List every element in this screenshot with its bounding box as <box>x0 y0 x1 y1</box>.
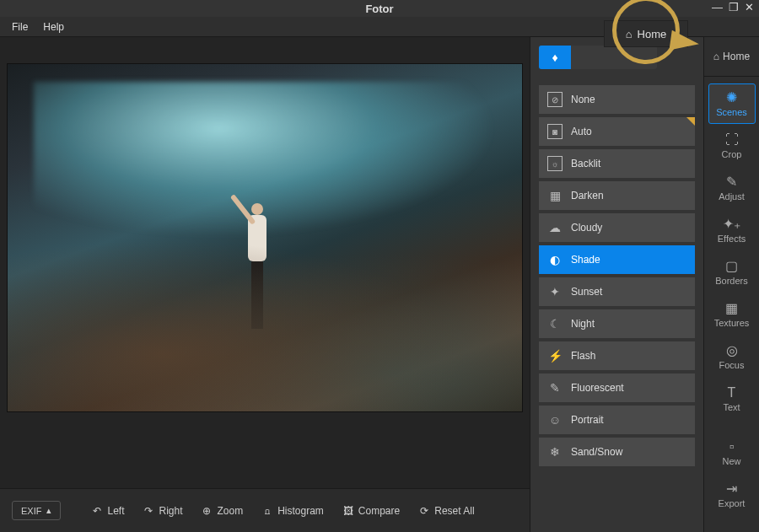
annotation-arrow <box>669 30 700 54</box>
rotate-right-icon: ↷ <box>143 505 154 517</box>
minimize-button[interactable]: — <box>711 2 724 13</box>
canvas-column: EXIF ▴ ↶ Left ↷ Right ⊕ Zoom ⩍ Histogram… <box>0 37 530 532</box>
bottom-toolbar: EXIF ▴ ↶ Left ↷ Right ⊕ Zoom ⩍ Histogram… <box>0 488 530 532</box>
rotate-left-button[interactable]: ↶ Left <box>86 505 129 517</box>
scene-icon: ☾ <box>547 316 563 331</box>
rail-item-effects[interactable]: ✦₊Effects <box>708 210 756 250</box>
text-icon: T <box>728 386 736 400</box>
scene-icon: ◙ <box>547 124 563 139</box>
home-label: Home <box>723 51 750 62</box>
rail-item-export[interactable]: ⇥Export <box>708 475 756 515</box>
export-icon: ⇥ <box>726 482 737 496</box>
reset-all-button[interactable]: ⟳ Reset All <box>413 505 479 517</box>
menu-help[interactable]: Help <box>43 21 64 33</box>
rail-item-textures[interactable]: ▦Textures <box>708 294 756 335</box>
scene-label: Fluorescent <box>571 382 624 394</box>
scene-item-sand-snow[interactable]: ❄Sand/Snow <box>539 438 695 466</box>
scene-icon: ⊘ <box>547 92 563 107</box>
rail-item-adjust[interactable]: ✎Adjust <box>708 168 756 208</box>
histogram-label: Histogram <box>277 505 324 517</box>
rail-label: Focus <box>719 360 745 370</box>
scene-icon: ☺ <box>547 412 563 427</box>
scene-item-none[interactable]: ⊘None <box>539 85 695 114</box>
borders-icon: ▢ <box>725 260 738 273</box>
rail-label: Textures <box>714 318 750 328</box>
rotate-left-label: Left <box>107 505 124 517</box>
scene-item-sunset[interactable]: ✦Sunset <box>539 277 695 306</box>
close-button[interactable]: ✕ <box>743 2 756 13</box>
chevron-up-icon: ▴ <box>46 505 51 516</box>
scene-icon: ◐ <box>547 252 563 267</box>
scene-label: Auto <box>571 126 592 137</box>
rail-label: Crop <box>722 149 742 159</box>
zoom-button[interactable]: ⊕ Zoom <box>196 505 248 517</box>
scene-icon: ▦ <box>547 188 563 203</box>
scene-label: Cloudy <box>571 222 602 234</box>
photo-preview[interactable] <box>7 63 523 412</box>
reset-icon: ⟳ <box>418 505 430 517</box>
scene-list: ⊘None◙Auto☼Backlit▦Darken☁Cloudy◐Shade✦S… <box>530 77 703 532</box>
scene-label: Sunset <box>571 286 602 298</box>
rail-label: Export <box>719 498 746 508</box>
reset-all-label: Reset All <box>434 505 474 517</box>
rail-stack: ✺Scenes⛶Crop✎Adjust✦₊Effects▢Borders▦Tex… <box>704 77 759 532</box>
new-icon: ▫ <box>729 440 735 454</box>
rotate-right-button[interactable]: ↷ Right <box>137 505 187 517</box>
scene-icon: ☼ <box>547 156 563 171</box>
rail-item-text[interactable]: TText <box>708 379 756 419</box>
focus-icon: ◎ <box>726 344 738 357</box>
textures-icon: ▦ <box>725 302 738 315</box>
home-popup-label: Home <box>638 28 667 40</box>
scene-label: Backlit <box>571 158 600 169</box>
scene-item-cloudy[interactable]: ☁Cloudy <box>539 213 695 242</box>
zoom-label: Zoom <box>217 505 243 517</box>
scene-item-portrait[interactable]: ☺Portrait <box>539 406 695 434</box>
premium-pill[interactable]: ♦ <box>539 46 657 69</box>
rail-label: New <box>722 456 740 466</box>
rail-label: Effects <box>718 234 746 244</box>
scene-item-flash[interactable]: ⚡Flash <box>539 341 695 370</box>
exif-button[interactable]: EXIF ▴ <box>12 501 61 520</box>
scene-item-backlit[interactable]: ☼Backlit <box>539 149 695 178</box>
scene-label: Shade <box>571 254 600 266</box>
scene-item-fluorescent[interactable]: ✎Fluorescent <box>539 373 695 402</box>
histogram-icon: ⩍ <box>261 505 273 517</box>
rail-item-new[interactable]: ▫New <box>708 433 756 473</box>
scene-item-shade[interactable]: ◐Shade <box>539 245 695 274</box>
effects-icon: ✦₊ <box>723 218 740 231</box>
canvas-area[interactable] <box>0 56 530 488</box>
compare-icon: 🖾 <box>342 505 354 517</box>
scene-item-darken[interactable]: ▦Darken <box>539 181 695 210</box>
window-controls: — ❐ ✕ <box>711 2 756 13</box>
scene-item-night[interactable]: ☾Night <box>539 309 695 338</box>
scene-icon: ✦ <box>547 284 563 299</box>
menu-file[interactable]: File <box>12 21 28 33</box>
histogram-button[interactable]: ⩍ Histogram <box>256 505 329 517</box>
scene-item-auto[interactable]: ◙Auto <box>539 117 695 146</box>
rail-item-scenes[interactable]: ✺Scenes <box>708 83 756 124</box>
rail-label: Adjust <box>719 191 745 202</box>
exif-label: EXIF <box>21 506 41 516</box>
rail-label: Scenes <box>716 107 747 117</box>
right-rail: ⌂ Home ✺Scenes⛶Crop✎Adjust✦₊Effects▢Bord… <box>704 37 759 532</box>
crop-icon: ⛶ <box>725 133 739 147</box>
adjust-icon: ✎ <box>726 175 737 189</box>
app-title: Fotor <box>365 3 393 15</box>
rail-item-crop[interactable]: ⛶Crop <box>708 126 756 166</box>
scene-label: Portrait <box>571 414 604 426</box>
rail-label: Text <box>723 402 740 412</box>
titlebar: Fotor — ❐ ✕ <box>0 0 759 17</box>
rotate-left-icon: ↶ <box>91 505 103 517</box>
rail-item-borders[interactable]: ▢Borders <box>708 252 756 293</box>
scene-icon: ☁ <box>547 220 563 235</box>
rail-item-focus[interactable]: ◎Focus <box>708 336 756 377</box>
compare-button[interactable]: 🖾 Compare <box>337 505 405 517</box>
home-icon: ⌂ <box>626 28 632 40</box>
maximize-button[interactable]: ❐ <box>727 2 740 13</box>
compare-label: Compare <box>358 505 400 517</box>
home-button[interactable]: ⌂ Home <box>704 37 759 77</box>
scene-icon: ✎ <box>547 380 563 395</box>
rail-label: Borders <box>715 276 748 286</box>
scene-label: Sand/Snow <box>571 446 622 458</box>
scene-icon: ⚡ <box>547 348 563 363</box>
